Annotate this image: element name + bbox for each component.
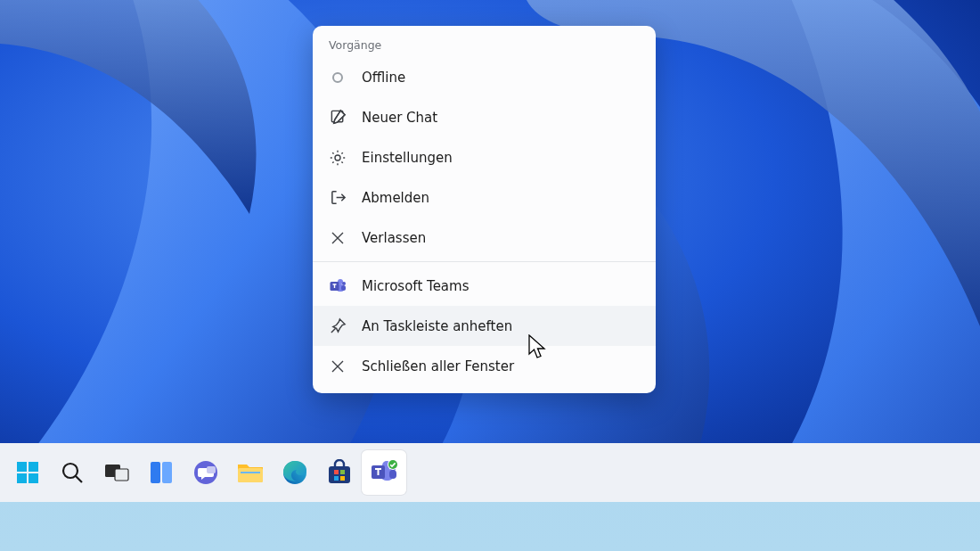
menu-item-label: Neuer Chat [362,110,437,126]
search-icon [60,460,85,485]
edge-icon [282,459,308,486]
svg-rect-15 [115,469,128,481]
taskbar-item-chat[interactable] [184,450,228,495]
screenshot-stage: Vorgänge Offline Neuer Chat [0,0,980,551]
svg-rect-31 [389,470,396,479]
menu-item-label: Abmelden [362,190,429,206]
menu-item-pin[interactable]: An Taskleiste anheften [313,306,656,346]
chat-icon [192,459,219,486]
menu-item-label: Offline [362,70,405,86]
menu-item-open-teams[interactable]: Microsoft Teams [313,266,656,306]
gear-icon [325,149,350,167]
taskview-icon [104,462,129,483]
svg-rect-25 [340,470,345,474]
store-icon [326,459,353,486]
svg-rect-24 [334,470,339,474]
teams-icon [325,277,350,295]
svg-rect-20 [238,468,263,482]
svg-rect-16 [151,462,160,483]
menu-item-signout[interactable]: Abmelden [313,177,656,218]
context-menu-title: Vorgänge [313,31,656,57]
svg-point-3 [335,155,340,160]
taskbar-item-store[interactable] [317,450,362,495]
svg-point-5 [342,282,346,285]
taskbar-item-explorer[interactable] [228,450,273,495]
svg-point-1 [333,73,342,82]
svg-rect-11 [17,473,27,483]
menu-item-quit[interactable]: Verlassen [313,218,656,258]
menu-item-settings[interactable]: Einstellungen [313,137,656,177]
menu-item-label: Verlassen [362,230,426,246]
menu-item-label: Einstellungen [362,150,453,166]
signout-icon [325,189,350,206]
compose-icon [325,109,350,126]
menu-item-label: Schließen aller Fenster [362,358,514,374]
menu-item-close-all[interactable]: Schließen aller Fenster [313,346,656,386]
taskbar-item-teams[interactable] [362,450,406,495]
svg-rect-27 [340,476,345,481]
svg-rect-19 [207,466,216,473]
svg-point-13 [63,464,78,478]
close-icon [325,231,350,245]
svg-rect-17 [162,462,172,483]
teams-badge-icon [369,457,399,488]
start-icon [15,460,40,485]
svg-rect-23 [329,466,350,483]
svg-rect-26 [334,476,339,481]
menu-item-new-chat[interactable]: Neuer Chat [313,97,656,137]
pin-icon [325,317,350,334]
taskbar-item-start[interactable] [5,450,50,495]
taskbar-item-widgets[interactable] [139,450,184,495]
svg-rect-7 [341,285,346,291]
taskbar-item-edge[interactable] [273,450,317,495]
svg-rect-10 [29,462,38,472]
svg-rect-21 [241,472,260,473]
menu-item-offline[interactable]: Offline [313,57,656,97]
menu-item-label: An Taskleiste anheften [362,318,512,334]
widgets-icon [149,460,174,485]
status-offline-icon [325,71,350,84]
menu-item-label: Microsoft Teams [362,278,470,294]
taskbar-item-search[interactable] [50,450,94,495]
svg-rect-9 [17,462,27,472]
context-menu-separator [313,261,656,262]
taskbar-item-taskview[interactable] [94,450,139,495]
close-icon [325,359,350,374]
taskbar [0,443,980,502]
explorer-icon [236,461,265,484]
taskbar-context-menu: Vorgänge Offline Neuer Chat [313,26,656,393]
svg-rect-12 [29,473,38,483]
